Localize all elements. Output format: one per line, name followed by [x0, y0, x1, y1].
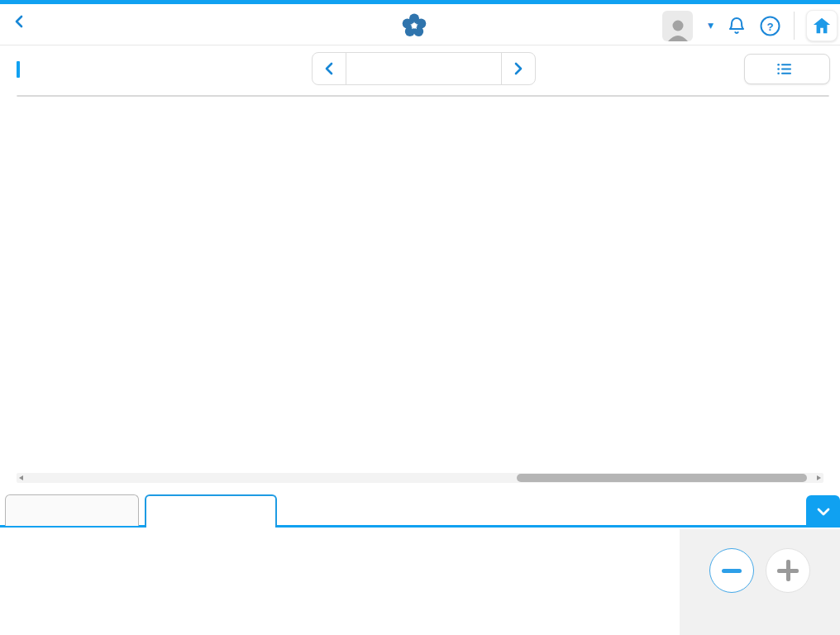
chevron-left-icon — [15, 15, 23, 28]
plus-icon — [777, 560, 799, 581]
scrollbar-thumb[interactable] — [517, 474, 807, 482]
toolbar — [0, 45, 840, 93]
page-title — [17, 61, 27, 78]
horizontal-scrollbar[interactable] — [17, 473, 823, 483]
bell-icon — [727, 16, 747, 36]
flower-logo-icon — [401, 12, 427, 39]
home-button[interactable] — [806, 10, 838, 41]
next-month-button[interactable] — [502, 53, 535, 84]
date-navigator — [312, 52, 536, 85]
prev-month-button[interactable] — [313, 53, 346, 84]
back-button[interactable] — [15, 15, 28, 28]
notifications-button[interactable] — [727, 16, 747, 36]
chevron-left-icon — [325, 62, 333, 75]
minus-icon — [722, 569, 742, 573]
zoom-out-button[interactable] — [709, 548, 754, 593]
collapse-panel-button[interactable] — [806, 495, 840, 528]
chevron-right-icon — [514, 62, 523, 75]
scroll-left-arrow-icon[interactable] — [19, 475, 23, 480]
chevron-down-icon — [817, 508, 830, 516]
avatar — [662, 11, 693, 41]
zoom-in-button[interactable] — [766, 548, 810, 593]
tab-group-select[interactable] — [5, 494, 139, 526]
list-icon — [777, 63, 791, 75]
tab-items[interactable] — [145, 494, 277, 528]
view-toggle-button[interactable] — [744, 54, 830, 84]
title-accent-bar — [17, 61, 20, 78]
home-icon — [813, 17, 831, 35]
app-logo — [401, 12, 439, 39]
chevron-down-icon[interactable]: ▼ — [708, 21, 714, 30]
svg-text:?: ? — [767, 20, 774, 32]
question-icon: ? — [760, 16, 780, 36]
scroll-right-arrow-icon[interactable] — [817, 475, 821, 480]
header-divider — [794, 12, 795, 40]
equipment-table — [17, 95, 829, 97]
zoom-panel — [680, 529, 840, 635]
bottom-tab-bar — [0, 494, 840, 529]
items-panel — [0, 529, 840, 635]
app-bar: ▼ ? — [0, 4, 840, 45]
help-button[interactable]: ? — [760, 16, 780, 36]
person-icon — [666, 17, 690, 41]
current-month-label — [346, 53, 502, 84]
